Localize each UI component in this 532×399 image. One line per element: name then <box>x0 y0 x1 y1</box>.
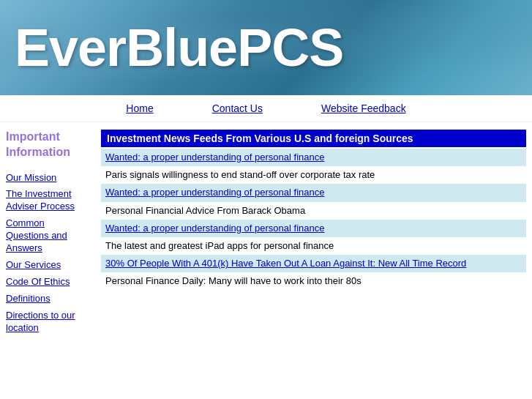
news-item: Personal Finance Daily: Many will have t… <box>101 272 526 290</box>
news-item: 30% Of People With A 401(k) Have Taken O… <box>101 255 526 272</box>
sidebar-link[interactable]: Definitions <box>6 293 50 304</box>
sidebar-link[interactable]: Common Questions and Answers <box>6 217 67 253</box>
news-item: Paris signals willingness to end stand-o… <box>101 166 526 184</box>
news-item: The latest and greatest iPad apps for pe… <box>101 237 526 255</box>
sidebar-link[interactable]: Our Services <box>6 259 61 270</box>
news-item: Personal Financial Advice From Barack Ob… <box>101 202 526 220</box>
sidebar-link[interactable]: The Investment Adviser Process <box>6 188 75 212</box>
sidebar: Important Information Our MissionThe Inv… <box>0 130 95 338</box>
nav-contact[interactable]: Contact Us <box>212 102 263 114</box>
sidebar-heading: Important Information <box>6 130 89 160</box>
sidebar-link[interactable]: Code Of Ethics <box>6 276 70 287</box>
sidebar-item: Definitions <box>6 293 89 305</box>
page-container: Important Information Our MissionThe Inv… <box>0 122 532 346</box>
news-link[interactable]: Wanted: a proper understanding of person… <box>105 223 324 234</box>
main-nav: Home Contact Us Website Feedback <box>0 95 532 122</box>
sidebar-item: Our Mission <box>6 172 89 184</box>
news-header: Investment News Feeds From Various U.S a… <box>101 130 526 147</box>
sidebar-item: Directions to our location <box>6 310 89 335</box>
sidebar-item: Our Services <box>6 259 89 272</box>
main-content: Investment News Feeds From Various U.S a… <box>95 130 532 338</box>
site-title: EverBluePCS <box>15 18 343 78</box>
news-item: Wanted: a proper understanding of person… <box>101 220 526 237</box>
news-link[interactable]: 30% Of People With A 401(k) Have Taken O… <box>105 258 466 269</box>
news-link[interactable]: Wanted: a proper understanding of person… <box>105 187 324 198</box>
nav-feedback[interactable]: Website Feedback <box>321 102 406 114</box>
sidebar-nav: Our MissionThe Investment Adviser Proces… <box>6 172 89 335</box>
sidebar-link[interactable]: Our Mission <box>6 172 56 183</box>
news-link[interactable]: Wanted: a proper understanding of person… <box>105 152 324 163</box>
news-list: Wanted: a proper understanding of person… <box>101 149 526 291</box>
sidebar-item: The Investment Adviser Process <box>6 188 89 213</box>
sidebar-link[interactable]: Directions to our location <box>6 310 75 333</box>
site-header: EverBluePCS <box>0 0 532 95</box>
news-item: Wanted: a proper understanding of person… <box>101 184 526 201</box>
sidebar-item: Code Of Ethics <box>6 276 89 288</box>
sidebar-item: Common Questions and Answers <box>6 217 89 255</box>
nav-home[interactable]: Home <box>126 102 153 114</box>
news-item: Wanted: a proper understanding of person… <box>101 149 526 166</box>
